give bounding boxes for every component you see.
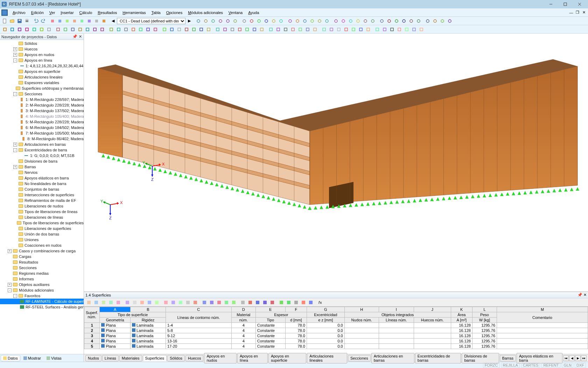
table-tool-icon[interactable] bbox=[124, 299, 131, 306]
tool-icon[interactable] bbox=[270, 18, 277, 25]
tool-icon[interactable] bbox=[244, 26, 251, 33]
tree-item[interactable]: -Secciones bbox=[0, 91, 84, 97]
loadcase-combo[interactable]: CC1 - Dead Load (defined with density) bbox=[117, 18, 186, 24]
tree-item[interactable]: RF-LAMINATE - Cálculo de superficies bbox=[0, 299, 84, 304]
table-tab[interactable]: Sólidos bbox=[167, 355, 185, 361]
table-tool-icon[interactable] bbox=[177, 299, 184, 306]
menu-herramientas[interactable]: Herramientas bbox=[120, 9, 148, 16]
tool-icon[interactable] bbox=[49, 18, 56, 25]
tool-icon[interactable] bbox=[357, 26, 364, 33]
tool-icon[interactable] bbox=[278, 18, 285, 25]
tool-icon[interactable] bbox=[86, 18, 93, 25]
tree-item[interactable]: -Módulos adicionales bbox=[0, 287, 84, 293]
tool-icon[interactable] bbox=[323, 18, 330, 25]
tool-icon[interactable] bbox=[205, 26, 212, 33]
tree-item[interactable]: 4: M-Rectángulo 105/400; Madera bbox=[0, 114, 84, 119]
tool-icon[interactable] bbox=[108, 26, 115, 33]
tool-icon[interactable] bbox=[332, 18, 340, 25]
tool-icon[interactable] bbox=[248, 18, 255, 25]
tool-icon[interactable] bbox=[56, 18, 63, 25]
tree-item[interactable]: -Favoritos bbox=[0, 293, 84, 299]
tab-datos[interactable]: Datos bbox=[1, 355, 20, 361]
table-tool-icon[interactable] bbox=[300, 299, 307, 306]
tool-icon[interactable] bbox=[411, 26, 418, 33]
table-tab[interactable]: Materiales bbox=[119, 355, 142, 361]
tool-icon[interactable] bbox=[46, 26, 52, 33]
status-segment[interactable]: REJILLA bbox=[501, 363, 520, 368]
tool-icon[interactable] bbox=[287, 18, 294, 25]
tree-item[interactable]: Sólidos bbox=[0, 41, 84, 46]
menu-insertar[interactable]: Insertar bbox=[58, 9, 76, 16]
tree-item[interactable]: Tipos de liberaciones de superficies bbox=[0, 220, 84, 226]
mdi-minimize-button[interactable]: — bbox=[568, 10, 574, 15]
table-tool-icon[interactable] bbox=[201, 299, 208, 306]
menu-opciones[interactable]: Opciones bbox=[163, 9, 185, 16]
tool-icon[interactable] bbox=[343, 26, 350, 33]
tree-item[interactable]: 6: M-Rectángulo 184/502; Madera bbox=[0, 125, 84, 130]
tab-nav-button[interactable]: ◀ bbox=[569, 355, 575, 361]
table-tool-icon[interactable] bbox=[184, 299, 191, 306]
table-tab[interactable]: Apoyos en línea bbox=[237, 353, 268, 363]
tool-icon[interactable] bbox=[77, 26, 84, 33]
table-tool-icon[interactable] bbox=[230, 299, 237, 306]
tool-icon[interactable] bbox=[400, 18, 407, 25]
tool-icon[interactable] bbox=[446, 18, 453, 25]
tree-item[interactable]: 2: M-Rectángulo 228/228; Madera bbox=[0, 102, 84, 108]
tool-icon[interactable] bbox=[217, 18, 224, 25]
tool-icon[interactable] bbox=[69, 26, 76, 33]
table-tool-icon[interactable] bbox=[239, 299, 246, 306]
tool-icon[interactable] bbox=[415, 18, 422, 25]
status-segment[interactable]: REFENT bbox=[541, 363, 560, 368]
tool-icon[interactable] bbox=[418, 26, 425, 33]
tool-icon[interactable] bbox=[335, 26, 342, 33]
status-segment[interactable]: GLN bbox=[562, 363, 573, 368]
tool-icon[interactable] bbox=[355, 18, 362, 25]
tool-icon[interactable] bbox=[432, 18, 439, 25]
loadcase-next-icon[interactable]: ▶ bbox=[186, 18, 193, 25]
tool-icon[interactable] bbox=[263, 18, 270, 25]
tool-icon[interactable] bbox=[258, 26, 265, 33]
navigator-tree[interactable]: Sólidos+Huecos+Apoyos en nudos-Apoyos en… bbox=[0, 40, 84, 354]
tree-item[interactable]: Secciones bbox=[0, 265, 84, 271]
tool-icon[interactable] bbox=[78, 18, 85, 25]
tool-icon[interactable] bbox=[224, 18, 231, 25]
table-tab[interactable]: Excentricidades de barras bbox=[415, 353, 461, 363]
tree-item[interactable]: +Casos y combinaciones de carga bbox=[0, 248, 84, 254]
menu-edición[interactable]: Edición bbox=[28, 9, 47, 16]
tab-nav-button[interactable]: ▶ bbox=[575, 355, 581, 361]
maximize-button[interactable] bbox=[558, 1, 572, 8]
tool-icon[interactable] bbox=[403, 26, 410, 33]
table-tool-icon[interactable] bbox=[269, 299, 276, 306]
tool-icon[interactable] bbox=[168, 26, 175, 33]
tool-icon[interactable] bbox=[222, 26, 229, 33]
table-tool-icon[interactable] bbox=[293, 299, 300, 306]
3d-viewport[interactable]: /* placeholder */ X Y Z X bbox=[84, 34, 588, 292]
tool-icon[interactable] bbox=[316, 18, 323, 25]
tool-icon[interactable] bbox=[100, 18, 107, 25]
tool-icon[interactable] bbox=[321, 26, 328, 33]
tab-nav-button[interactable]: ⏭ bbox=[581, 355, 587, 361]
tool-icon[interactable] bbox=[84, 26, 91, 33]
tab-vistas[interactable]: Vistas bbox=[44, 355, 64, 361]
tree-item[interactable]: Nervios bbox=[0, 170, 84, 175]
mdi-close-button[interactable]: ✕ bbox=[581, 10, 587, 15]
tree-item[interactable]: Apoyos en superficie bbox=[0, 69, 84, 74]
tool-icon[interactable] bbox=[378, 18, 385, 25]
tree-item[interactable]: Refinamientos de malla de EF bbox=[0, 198, 84, 203]
tree-item[interactable]: +Objetos auxiliares bbox=[0, 282, 84, 287]
tool-icon[interactable] bbox=[55, 26, 62, 33]
tree-item[interactable]: RF-STEEL Surfaces - Análisis general bbox=[0, 304, 84, 310]
tool-icon[interactable] bbox=[190, 26, 197, 33]
tool-icon[interactable] bbox=[145, 26, 152, 33]
tool-icon[interactable] bbox=[439, 18, 446, 25]
tool-icon[interactable] bbox=[396, 26, 403, 33]
tool-icon[interactable] bbox=[161, 26, 168, 33]
close-icon[interactable]: ✕ bbox=[583, 293, 587, 297]
print-icon[interactable] bbox=[23, 18, 30, 25]
tool-icon[interactable] bbox=[202, 18, 209, 25]
tool-icon[interactable] bbox=[267, 26, 274, 33]
tree-item[interactable]: 8: M-Rectángulo 86/402; Madera bbox=[0, 136, 84, 142]
tool-icon[interactable] bbox=[91, 26, 98, 33]
table-tab[interactable]: Nudos bbox=[85, 355, 102, 361]
status-segment[interactable]: DXF bbox=[575, 363, 586, 368]
